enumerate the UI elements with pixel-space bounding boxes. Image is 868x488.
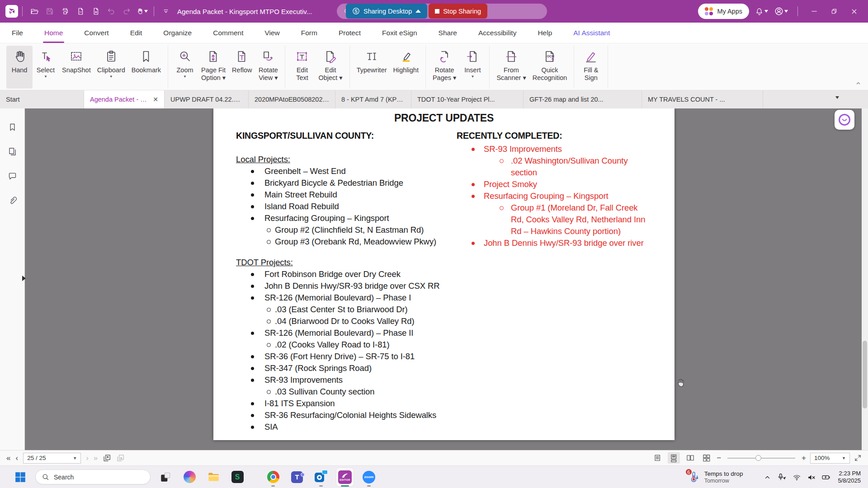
print-button[interactable] (58, 5, 72, 18)
ribbon-tool-insert[interactable]: Insert▼ (459, 46, 486, 89)
taskbar-app-foxit-pdf-editor[interactable]: EDITOR (336, 468, 354, 487)
insert-page-button[interactable] (89, 5, 103, 18)
ribbon-tool-clipboard[interactable]: Clipboard▼ (94, 46, 128, 89)
ribbon-tool-bookmark[interactable]: Bookmark (128, 46, 164, 89)
minimize-button[interactable] (807, 5, 821, 18)
previous-view-button[interactable] (103, 454, 111, 462)
menu-ai-assistant[interactable]: AI Assistant (573, 29, 610, 37)
ribbon-tool-reflow[interactable]: Reflow (229, 46, 255, 89)
microphone-location-icon[interactable] (777, 473, 787, 482)
start-button[interactable] (11, 467, 29, 487)
collapse-ribbon-button[interactable] (855, 80, 862, 87)
zoom-in-button[interactable]: + (802, 454, 806, 462)
zoom-level-select[interactable]: 100% ▼ (810, 453, 850, 464)
page-number-input[interactable]: 25 / 25 ▼ (23, 453, 81, 464)
document-tab-3[interactable]: 2020MPAtoEB05082025... (249, 90, 335, 108)
first-page-button[interactable]: « (6, 454, 10, 462)
menu-accessibility[interactable]: Accessibility (478, 29, 516, 37)
next-page-button[interactable]: › (86, 454, 89, 462)
continuous-view-button[interactable] (668, 452, 680, 464)
ribbon-tool-snapshot[interactable]: SnapShot (59, 46, 94, 89)
zoom-slider-knob[interactable] (755, 455, 761, 461)
ribbon-tool-edit-object[interactable]: EditObject ▾ (315, 46, 345, 89)
taskbar-app-zoom[interactable]: zoom (360, 467, 378, 487)
menu-convert[interactable]: Convert (84, 29, 108, 37)
weather-widget[interactable]: 6 Temps to drop Tomorrow (687, 470, 743, 484)
close-tab-icon[interactable]: ✕ (149, 96, 158, 103)
taskbar-app-pinned-app-s[interactable]: S (228, 467, 246, 487)
previous-page-button[interactable]: ‹ (15, 454, 18, 462)
taskbar-app-task-view[interactable] (156, 467, 175, 487)
ribbon-tool-highlight[interactable]: Highlight (390, 46, 422, 89)
next-view-button[interactable] (116, 454, 125, 462)
ai-assistant-fab[interactable] (835, 110, 854, 130)
scrollbar-thumb[interactable] (863, 341, 867, 408)
restore-window-button[interactable] (827, 5, 841, 18)
bookmarks-panel-button[interactable] (5, 120, 19, 134)
taskbar-app-outlook[interactable] (312, 467, 330, 487)
document-tab-0[interactable]: Start (0, 90, 84, 108)
my-apps-button[interactable]: My Apps (698, 4, 749, 19)
menu-edit[interactable]: Edit (130, 29, 142, 37)
taskbar-app-copilot[interactable] (180, 467, 198, 487)
taskbar-app-chrome[interactable] (264, 467, 282, 487)
vertical-scrollbar[interactable] (862, 108, 868, 450)
notifications-bell-button[interactable] (755, 5, 768, 18)
document-canvas[interactable]: PROJECT UPDATES KINGSPORT/SULLIVAN COUNT… (25, 108, 868, 450)
hand-tool-button[interactable] (135, 5, 149, 18)
menu-home[interactable]: Home (44, 29, 63, 37)
tray-overflow-button[interactable] (764, 474, 771, 481)
save-button[interactable] (43, 5, 57, 18)
redo-button[interactable] (120, 5, 133, 18)
wifi-icon[interactable] (793, 473, 801, 482)
continuous-facing-view-button[interactable] (700, 452, 712, 464)
tab-overflow-button[interactable] (835, 96, 839, 99)
ribbon-tool-page-fit-option[interactable]: Page FitOption ▾ (198, 46, 229, 89)
menu-view[interactable]: View (264, 29, 279, 37)
ribbon-tool-select[interactable]: Select▼ (33, 46, 59, 89)
close-button[interactable] (847, 5, 861, 18)
account-button[interactable] (774, 5, 788, 18)
ribbon-tool-hand[interactable]: Hand (6, 46, 33, 89)
document-tab-6[interactable]: GFT-26 map and list 20... (524, 90, 642, 108)
volume-muted-icon[interactable] (807, 473, 816, 482)
single-page-view-button[interactable] (651, 452, 664, 464)
ribbon-tool-edit-text[interactable]: EditText (289, 46, 315, 89)
menu-organize[interactable]: Organize (163, 29, 192, 37)
menu-help[interactable]: Help (538, 29, 552, 37)
document-tab-2[interactable]: UPWP DRAFT 04.22.25... (165, 90, 249, 108)
full-screen-button[interactable] (854, 454, 862, 462)
taskbar-app-file-explorer[interactable] (204, 467, 222, 487)
menu-share[interactable]: Share (439, 29, 457, 37)
menu-foxit-esign[interactable]: Foxit eSign (382, 29, 417, 37)
clock-widget[interactable]: 2:23 PM 5/8/2025 (838, 470, 861, 484)
ribbon-tool-rotate-pages[interactable]: RotatePages ▾ (429, 46, 459, 89)
taskbar-app-teams[interactable]: T (288, 467, 306, 487)
document-tab-7[interactable]: MY TRAVELS COUNT - ... (642, 90, 763, 108)
menu-comment[interactable]: Comment (213, 29, 243, 37)
undo-button[interactable] (104, 5, 118, 18)
pages-panel-button[interactable] (5, 145, 19, 158)
ribbon-tool-typewriter[interactable]: Typewriter (354, 46, 390, 89)
document-tab-4[interactable]: 8 - KPT Amd 7 (KPT-20... (335, 90, 411, 108)
facing-view-button[interactable] (684, 452, 696, 464)
ribbon-tool-from-scanner[interactable]: FromScanner ▾ (493, 46, 529, 89)
sharing-desktop-button[interactable]: Sharing Desktop (346, 4, 427, 19)
collapse-toolbar-button[interactable] (159, 5, 173, 18)
zoom-out-button[interactable]: − (717, 454, 721, 462)
document-tab-1[interactable]: Agenda Packet - Ki...✕ (84, 90, 165, 108)
ribbon-tool-rotate-view[interactable]: RotateView ▾ (255, 46, 281, 89)
comments-panel-button[interactable] (5, 169, 19, 183)
zoom-slider[interactable] (727, 458, 795, 459)
attachments-panel-button[interactable] (5, 193, 19, 207)
menu-form[interactable]: Form (301, 29, 317, 37)
battery-icon[interactable] (821, 473, 830, 482)
taskbar-search[interactable]: Search (35, 469, 151, 484)
ribbon-tool-fill-sign[interactable]: Fill &Sign (578, 46, 604, 89)
open-file-button[interactable] (28, 5, 41, 18)
menu-protect[interactable]: Protect (339, 29, 361, 37)
ribbon-tool-quick-recognition[interactable]: OCRQuickRecognition (529, 46, 571, 89)
delete-pages-button[interactable] (74, 5, 87, 18)
menu-file[interactable]: File (12, 29, 23, 37)
document-tab-5[interactable]: TDOT 10-Year Project Pl... (411, 90, 524, 108)
